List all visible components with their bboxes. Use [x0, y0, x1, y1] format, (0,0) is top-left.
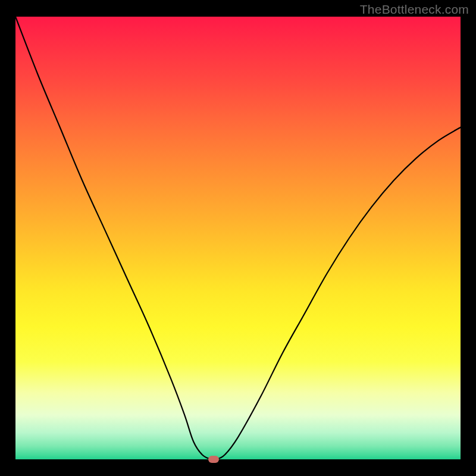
curve-path	[15, 17, 461, 460]
plot-area	[15, 17, 461, 459]
watermark-text: TheBottleneck.com	[360, 2, 469, 17]
chart-frame: TheBottleneck.com	[0, 0, 476, 476]
optimal-point-marker	[208, 456, 219, 463]
bottleneck-curve	[15, 17, 461, 459]
